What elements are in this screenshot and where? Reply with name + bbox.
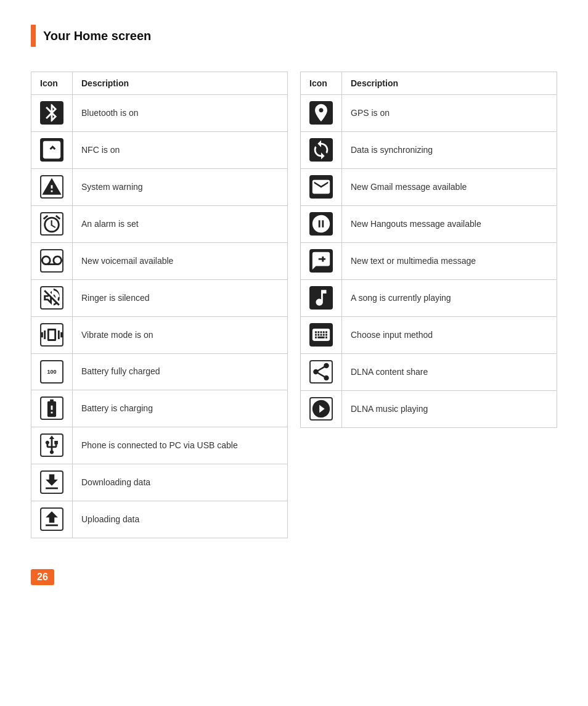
desc-cell: DLNA music playing (342, 391, 557, 428)
table-row: 100 Battery fully charged (31, 354, 288, 390)
icon-cell (301, 132, 342, 169)
table-row: Data is synchronizing (301, 132, 557, 169)
icon-cell (301, 243, 342, 280)
table-row: Battery is charging (31, 390, 288, 427)
table-row: A song is currently playing (301, 280, 557, 317)
right-icon-table: Icon Description GPS is on (300, 72, 557, 428)
icon-cell (301, 354, 342, 391)
desc-cell: Battery fully charged (73, 354, 288, 390)
desc-cell: A song is currently playing (342, 280, 557, 317)
table-row: Downloading data (31, 464, 288, 501)
voicemail-icon (40, 249, 63, 273)
icon-cell (31, 169, 73, 206)
table-row: Phone is connected to PC via USB cable (31, 427, 288, 464)
desc-cell: New text or multimedia message (342, 243, 557, 280)
desc-cell: NFC is on (73, 132, 288, 169)
table-row: New text or multimedia message (301, 243, 557, 280)
icon-cell: 100 (31, 354, 73, 390)
battery-charging-icon (40, 396, 63, 420)
right-table-icon-header: Icon (301, 72, 342, 95)
ringer-silenced-icon (40, 286, 63, 310)
icon-cell (31, 464, 73, 501)
desc-cell: System warning (73, 169, 288, 206)
icon-cell (301, 206, 342, 243)
page-header: Your Home screen (31, 25, 557, 47)
table-row: An alarm is set (31, 206, 288, 243)
table-row: New voicemail available (31, 243, 288, 280)
icon-cell (31, 206, 73, 243)
keyboard-icon (309, 323, 333, 347)
vibrate-icon (40, 323, 63, 347)
warning-icon (40, 175, 63, 199)
music-icon (309, 286, 333, 310)
table-row: Bluetooth is on (31, 95, 288, 132)
desc-cell: Uploading data (73, 501, 288, 538)
tables-container: Icon Description Bluetooth is on (31, 72, 557, 538)
desc-cell: DLNA content share (342, 354, 557, 391)
icon-cell (301, 391, 342, 428)
table-row: Choose input method (301, 317, 557, 354)
desc-cell: An alarm is set (73, 206, 288, 243)
desc-cell: Battery is charging (73, 390, 288, 427)
page-number: 26 (31, 569, 54, 585)
dlna-music-icon (309, 397, 333, 421)
icon-cell (31, 501, 73, 538)
sync-icon (309, 138, 333, 162)
desc-cell: New Gmail message available (342, 169, 557, 206)
desc-cell: Vibrate mode is on (73, 317, 288, 354)
left-table-desc-header: Description (73, 72, 288, 95)
table-row: Vibrate mode is on (31, 317, 288, 354)
icon-cell (301, 317, 342, 354)
nfc-icon (40, 138, 63, 162)
table-row: Uploading data (31, 501, 288, 538)
sms-icon (309, 249, 333, 273)
bluetooth-icon (40, 101, 63, 125)
desc-cell: New Hangouts message available (342, 206, 557, 243)
desc-cell: Data is synchronizing (342, 132, 557, 169)
table-row: DLNA content share (301, 354, 557, 391)
upload-icon (40, 507, 63, 531)
icon-cell (31, 317, 73, 354)
page-number-container: 26 (31, 569, 557, 585)
left-icon-table: Icon Description Bluetooth is on (31, 72, 288, 538)
dlna-share-icon (309, 360, 333, 384)
icon-cell (31, 280, 73, 317)
table-row: Ringer is silenced (31, 280, 288, 317)
battery-full-icon: 100 (40, 360, 63, 384)
table-row: New Gmail message available (301, 169, 557, 206)
table-row: DLNA music playing (301, 391, 557, 428)
usb-icon (40, 433, 63, 457)
desc-cell: Phone is connected to PC via USB cable (73, 427, 288, 464)
icon-cell (301, 169, 342, 206)
icon-cell (31, 95, 73, 132)
gps-icon (309, 101, 333, 125)
gmail-icon (309, 175, 333, 199)
page-title: Your Home screen (43, 29, 151, 43)
desc-cell: Bluetooth is on (73, 95, 288, 132)
desc-cell: GPS is on (342, 95, 557, 132)
icon-cell (301, 95, 342, 132)
icon-cell (31, 132, 73, 169)
alarm-icon (40, 212, 63, 236)
icon-cell (31, 390, 73, 427)
table-row: NFC is on (31, 132, 288, 169)
table-row: New Hangouts message available (301, 206, 557, 243)
icon-cell (31, 243, 73, 280)
accent-bar (31, 25, 36, 47)
desc-cell: Ringer is silenced (73, 280, 288, 317)
icon-cell (301, 280, 342, 317)
table-row: System warning (31, 169, 288, 206)
table-row: GPS is on (301, 95, 557, 132)
desc-cell: New voicemail available (73, 243, 288, 280)
icon-cell (31, 427, 73, 464)
hangouts-icon (309, 212, 333, 236)
left-table-icon-header: Icon (31, 72, 73, 95)
download-icon (40, 470, 63, 494)
right-table-desc-header: Description (342, 72, 557, 95)
desc-cell: Downloading data (73, 464, 288, 501)
desc-cell: Choose input method (342, 317, 557, 354)
